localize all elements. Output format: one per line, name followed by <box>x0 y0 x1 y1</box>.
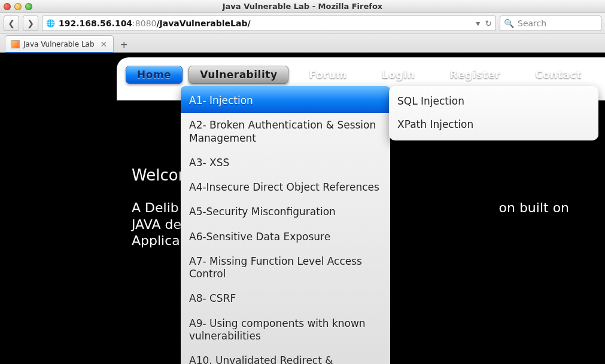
new-tab-button[interactable]: + <box>118 39 129 50</box>
dropdown-item-a7-function-access[interactable]: A7- Missing Function Level Access Contro… <box>181 249 390 287</box>
reload-icon[interactable]: ↻ <box>485 19 492 28</box>
nav-vulnerability[interactable]: Vulnerability <box>189 66 288 84</box>
dropdown-item-a4-idor[interactable]: A4-Insecure Direct Object References <box>181 175 390 200</box>
window-titlebar: Java Vulnerable Lab - Mozilla Firefox <box>0 0 605 13</box>
nav-register[interactable]: Register <box>435 66 515 84</box>
search-bar[interactable]: 🔍 Search <box>500 16 601 31</box>
injection-subdropdown: SQL Injection XPath Injection <box>389 86 598 140</box>
vulnerability-dropdown: A1- Injection A2- Broken Authentication … <box>181 86 390 364</box>
tab-java-vulnerable-lab[interactable]: Java Vulnerable Lab ✕ <box>5 35 114 52</box>
nav-forum[interactable]: Forum <box>294 66 361 84</box>
url-path: /JavaVulnerableLab/ <box>156 19 250 28</box>
subdropdown-item-xpath-injection[interactable]: XPath Injection <box>389 113 598 136</box>
window-title: Java Vulnerable Lab - Mozilla Firefox <box>223 2 383 11</box>
close-window-icon[interactable] <box>4 3 11 10</box>
tab-strip: Java Vulnerable Lab ✕ + <box>0 33 605 53</box>
dropdown-item-a2-auth[interactable]: A2- Broken Authentication & Session Mana… <box>181 113 390 151</box>
forward-button[interactable]: ❯ <box>23 16 38 31</box>
chevron-right-icon: ❯ <box>27 19 34 28</box>
page-viewport: Welcom A Delib xxxxxxxxxxxxxxxxxxxxxxxxx… <box>0 53 605 364</box>
dropdown-item-a9-components[interactable]: A9- Using components with known vulnerab… <box>181 311 390 349</box>
url-port: :8080 <box>132 19 156 28</box>
globe-icon: 🌐 <box>46 19 55 27</box>
dropdown-item-a6-data-exposure[interactable]: A6-Sensitive Data Exposure <box>181 225 390 249</box>
url-text: 192.168.56.104:8080/JavaVulnerableLab/ <box>59 19 251 28</box>
nav-login[interactable]: LogIn <box>367 66 430 84</box>
dropdown-item-a10-redirect[interactable]: A10. Unvalidated Redirect & Forward.. <box>181 348 390 364</box>
tab-label: Java Vulnerable Lab <box>23 40 95 48</box>
search-placeholder: Search <box>518 19 546 28</box>
back-button[interactable]: ❮ <box>4 16 19 31</box>
favicon-icon <box>11 40 20 48</box>
url-host: 192.168.56.104 <box>59 19 132 28</box>
dropdown-item-a5-misconfig[interactable]: A5-Security Misconfiguration <box>181 200 390 224</box>
chevron-left-icon: ❮ <box>8 19 15 28</box>
close-tab-icon[interactable]: ✕ <box>101 39 108 49</box>
main-nav: Home Vulnerability Forum LogIn Register … <box>126 66 596 84</box>
nav-home[interactable]: Home <box>126 66 183 84</box>
dropdown-item-a1-injection[interactable]: A1- Injection <box>181 86 390 113</box>
dropdown-item-a8-csrf[interactable]: A8- CSRF <box>181 286 390 311</box>
dropdown-item-a3-xss[interactable]: A3- XSS <box>181 151 390 175</box>
nav-contact[interactable]: Contact <box>521 66 596 84</box>
maximize-window-icon[interactable] <box>25 3 32 10</box>
url-bar[interactable]: 🌐 192.168.56.104:8080/JavaVulnerableLab/… <box>42 16 496 31</box>
dropdown-history-icon[interactable]: ▾ <box>476 19 480 28</box>
subdropdown-item-sql-injection[interactable]: SQL Injection <box>389 90 598 113</box>
browser-toolbar: ❮ ❯ 🌐 192.168.56.104:8080/JavaVulnerable… <box>0 13 605 33</box>
search-icon: 🔍 <box>504 19 514 28</box>
minimize-window-icon[interactable] <box>14 3 22 10</box>
